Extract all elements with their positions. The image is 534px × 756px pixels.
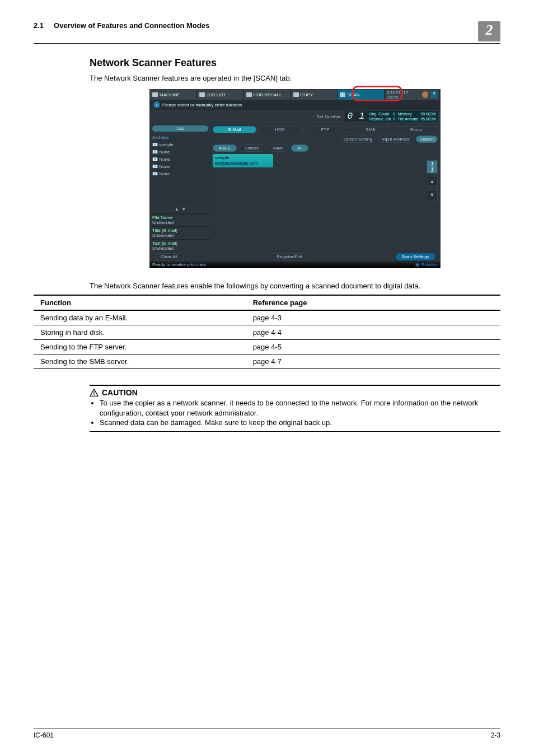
bottom-action-bar: Clear All Register/Edit Scan Settings [150, 252, 440, 262]
chapter-badge: 2 [478, 21, 500, 41]
page-footer: IC-601 2-3 [34, 729, 500, 739]
table-row: Sending data by an E-Mail. page 4-3 [34, 310, 500, 325]
scanner-screenshot: MACHINE JOB LIST HDD RECALL COPY [149, 89, 441, 268]
filter-others[interactable]: Others [239, 144, 265, 152]
warning-icon [90, 389, 99, 396]
destination-tabs: E-Mail HDD FTP SMB Group [213, 126, 438, 133]
orig-count-val: 0 [393, 111, 395, 116]
cell-ref: page 4-4 [249, 325, 500, 340]
list-item[interactable]: 📧 None [152, 148, 208, 156]
dest-tab-smb[interactable]: SMB [349, 126, 392, 133]
copy-icon [293, 92, 299, 97]
rotation-indicator: ▣ Rotation [415, 262, 438, 267]
col-reference: Reference page [249, 295, 500, 310]
timestamp-area: 2010/1 /15 15:05 ? [385, 90, 440, 100]
entry-scroll: 1 1 ▲ ▼ [427, 160, 438, 200]
list-icon [199, 92, 205, 97]
file-name-field[interactable]: File Name Undecided [150, 213, 210, 226]
scroll-down-icon[interactable]: ▼ [427, 189, 438, 200]
memory-label: Memory [397, 111, 418, 116]
destination-panel: E-Mail HDD FTP SMB Group Option Setting … [210, 123, 440, 252]
prompt-bar: i Please select or manually enter addres… [150, 100, 440, 110]
list-item[interactable]: 📧 sample [152, 141, 208, 148]
main-area: List Address 📧 sample 📧 None 📧 None 📧 No… [150, 123, 440, 252]
tab-machine[interactable]: MACHINE [150, 90, 197, 100]
caution-item: To use the copier as a network scanner, … [100, 398, 500, 418]
list-item[interactable]: 📧 None [152, 170, 208, 178]
address-entry[interactable]: sample sample@sample.com [213, 154, 273, 167]
tab-label: COPY [301, 92, 313, 97]
register-edit-button[interactable]: Register/Edit [270, 253, 308, 260]
cell-ref: page 4-3 [249, 310, 500, 325]
file-name-value: Undecided [152, 220, 208, 225]
tab-label: HDD RECALL [254, 92, 282, 97]
list-item[interactable]: 📧 None [152, 163, 208, 170]
filter-all[interactable]: All [291, 144, 308, 152]
set-number-row: Set Number 0 1 Orig. Count 0 Memory 99.6… [150, 110, 440, 123]
footer-status-bar: Ready to receive print data ▣ Rotation [150, 262, 440, 268]
caution-heading: CAUTION [102, 388, 138, 397]
info-icon: i [153, 101, 160, 108]
section-number: 2.1 [34, 21, 44, 30]
sidebar-scroll[interactable]: ▲ ▼ [150, 205, 210, 213]
running-header: 2.1 Overview of Features and Connection … [34, 21, 500, 44]
address-list: Address 📧 sample 📧 None 📧 None 📧 None 📧 … [150, 134, 210, 205]
entry-name: sample [215, 155, 271, 161]
footer-left: IC-601 [34, 731, 54, 739]
option-row: Option Setting Input Address Search [213, 136, 438, 143]
text-field[interactable]: Text (E-mail) Undecided [150, 239, 210, 252]
caution-box: CAUTION To use the copier as a network s… [90, 385, 500, 432]
option-setting-button[interactable]: Option Setting [340, 136, 376, 143]
file-amount-label: File Amount [397, 116, 418, 122]
tab-copy[interactable]: COPY [291, 90, 338, 100]
scroll-up-icon[interactable]: ▲ [427, 176, 438, 187]
tab-label: SCAN [347, 92, 359, 97]
page-title: Network Scanner Features [90, 57, 500, 69]
cell-ref: page 4-7 [249, 354, 500, 369]
timestamp: 2010/1 /15 15:05 [387, 90, 418, 100]
dest-tab-ftp[interactable]: FTP [303, 126, 347, 133]
input-address-button[interactable]: Input Address [378, 136, 414, 143]
scan-icon [340, 92, 345, 97]
list-item[interactable]: 📧 None [152, 156, 208, 163]
tab-label: MACHINE [160, 92, 180, 97]
set-number-label: Set Number [317, 114, 341, 119]
footer-right: 2-3 [491, 731, 500, 739]
title-value: Undecided [152, 233, 208, 238]
dest-tab-group[interactable]: Group [394, 126, 438, 133]
dest-tab-email[interactable]: E-Mail [213, 126, 256, 133]
file-amount-val: 95.603% [420, 116, 436, 122]
tab-scan[interactable]: SCAN [338, 90, 385, 100]
tab-hdd-recall[interactable]: HDD RECALL [244, 90, 291, 100]
orig-count-label: Orig. Count [369, 111, 391, 116]
title-field[interactable]: Title (E-mail) Undecided [150, 226, 210, 239]
search-button[interactable]: Search [416, 136, 438, 143]
text-label: Text (E-mail) [152, 241, 208, 246]
tab-job-list[interactable]: JOB LIST [197, 90, 244, 100]
hdd-icon [246, 92, 252, 97]
status-box: Orig. Count 0 Memory 99.603% Reserve Job… [367, 111, 438, 122]
filter-main[interactable]: Main [267, 144, 289, 152]
memory-val: 99.603% [420, 111, 436, 116]
prompt-text: Please select or manually enter address [162, 102, 242, 108]
table-row: Sending to the FTP server. page 4-5 [34, 340, 500, 354]
clear-all-button[interactable]: Clear All [154, 253, 184, 260]
list-button[interactable]: List [152, 125, 208, 132]
cell-function: Sending to the FTP server. [34, 340, 249, 354]
filter-atoz[interactable]: A to Z [213, 144, 237, 152]
address-sidebar: List Address 📧 sample 📧 None 📧 None 📧 No… [150, 123, 210, 252]
dest-tab-hdd[interactable]: HDD [258, 126, 302, 133]
section-name: Overview of Features and Connection Mode… [54, 21, 209, 30]
status-dot-icon [422, 91, 428, 98]
tab-label: JOB LIST [207, 92, 226, 97]
table-row: Storing in hard disk. page 4-4 [34, 325, 500, 340]
cell-function: Sending to the SMB server. [34, 354, 249, 369]
functions-table: Function Reference page Sending data by … [34, 295, 500, 369]
machine-icon [152, 92, 158, 97]
scan-settings-button[interactable]: Scan Settings [396, 253, 435, 260]
entry-address: sample@sample.com [215, 161, 271, 166]
col-function: Function [34, 295, 249, 310]
help-icon[interactable]: ? [431, 91, 437, 98]
address-heading: Address [152, 134, 208, 141]
status-text: Ready to receive print data [152, 262, 206, 267]
